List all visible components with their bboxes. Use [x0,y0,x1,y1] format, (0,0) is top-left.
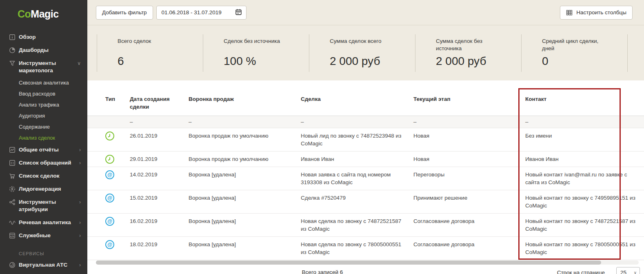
cell-funnel: Воронка продаж по умолчанию [189,151,301,167]
sidebar-item-label: Анализ сделок [19,134,55,142]
sidebar-item-cost-input[interactable]: Ввод расходов [0,88,87,99]
sidebar-item-dashboards[interactable]: Дашборды [0,44,87,57]
table-footer: Всего записей 6 Строк на странице 25 ∨ [87,265,644,274]
summary-cell [87,116,130,128]
sidebar-item-label: Ввод расходов [19,90,56,98]
stat-card-average-deal-cycle: Средний цикл сделки, дней 0 [521,34,628,72]
stat-value: 2 000 руб [436,55,486,68]
add-filter-button[interactable]: Добавить фильтр [96,6,153,20]
summary-cell: – [413,116,525,128]
configure-columns-button[interactable]: Настроить столбцы [560,6,633,20]
sidebar-item-end-to-end-analytics[interactable]: Сквозная аналитика [0,77,87,88]
comagic-logo[interactable]: CoMagic [0,0,87,20]
sidebar-item-label: Общие отчёты [19,146,59,154]
stat-value: 2 000 руб [330,55,380,68]
headset-spiral-icon [9,262,16,268]
column-header-current-stage[interactable]: Текущий этап [413,80,525,116]
cell-deal: Новый лид по звонку с 74872523948 из CoM… [301,128,413,151]
column-header-created-date[interactable]: Дата создания сделки [130,80,189,116]
cell-deal: Новая сделка по звонку с 74872521587 из … [301,214,413,237]
main-content: Добавить фильтр 01.06.2018 - 31.07.2019 … [87,0,644,274]
cell-funnel: Воронка [удалена] [189,167,301,190]
sidebar-item-overview[interactable]: Обзор [0,31,87,44]
chevron-right-icon: › [77,198,81,206]
stat-value: 0 [542,55,549,68]
sidebar-item-lead-generation[interactable]: Лидогенерация [0,183,87,196]
sidebar-item-label: Речевая аналитика [19,219,71,226]
sidebar-item-attribution-tools[interactable]: Инструменты атрибуции › [0,196,87,216]
cell-funnel: Воронка [удалена] [189,214,301,237]
date-range-picker[interactable]: 01.06.2018 - 31.07.2019 [156,6,246,20]
cell-deal: Новая сделка по звонку с 78005000551 из … [301,237,413,260]
funnel-icon [9,60,16,67]
cell-date: 26.01.2019 [130,128,189,151]
cell-date: 15.02.2019 [130,190,189,214]
cell-deal: Сделка #7520479 [301,190,413,214]
stat-value: 6 [118,55,124,68]
table-row[interactable]: @ 16.02.2019 Воронка [удалена] Новая сде… [87,214,644,237]
cell-stage: Переговоры [413,167,525,190]
sidebar-item-general-reports[interactable]: Общие отчёты › [0,143,87,156]
cell-stage: Новая [413,151,525,167]
column-header-sales-funnel[interactable]: Воронка продаж [189,80,301,116]
deals-table-zone: Тип Дата создания сделки Воронка продаж … [87,80,644,274]
sidebar-item-deal-analysis[interactable]: Анализ сделок [0,132,87,143]
table-row[interactable]: 26.01.2019 Воронка продаж по умолчанию Н… [87,128,644,151]
column-header-contact[interactable]: Контакт [525,80,644,116]
sidebar: CoMagic Обзор Дашборды Инструменты марке… [0,0,87,274]
chart-icon [9,147,16,153]
cell-stage: Принимают решение [413,190,525,214]
cell-contact: Без имени [525,128,644,151]
info-icon [9,34,16,40]
sidebar-item-label: Содержание [19,123,50,131]
cell-funnel: Воронка [удалена] [189,190,301,214]
horizontal-scrollbar-track[interactable] [96,261,639,265]
stat-card-deals-without-source: Сделок без источника 100 % [203,34,309,72]
sidebar-item-requests-list[interactable]: Список обращений › [0,156,87,169]
column-header-type[interactable]: Тип [87,80,130,116]
cell-contact: Новый контакт ivan@mail.ru по заявке с с… [525,167,644,190]
table-row[interactable]: @ 15.02.2019 Воронка [удалена] Сделка #7… [87,190,644,214]
code-window-icon [9,232,16,239]
logo-part-co: Co [18,8,31,20]
at-icon: @ [105,217,114,226]
stat-label: Сумма сделок всего [330,38,399,45]
waveform-icon [9,219,16,226]
sidebar-item-label: Инструменты атрибуции [19,198,77,213]
sidebar-item-traffic-analysis[interactable]: Анализ трафика [0,99,87,110]
sidebar-item-label: Обзор [19,33,36,41]
target-icon [9,186,16,192]
stat-card-deals-sum-total: Сумма сделок всего 2 000 руб [309,34,415,72]
rows-per-page-label: Строк на странице [557,270,605,274]
cell-stage: Согласование договора [413,237,525,260]
sidebar-item-content[interactable]: Содержание [0,121,87,132]
sidebar-item-label: Аудитория [19,112,45,120]
column-header-deal[interactable]: Сделка [301,80,413,116]
stat-label: Всего сделок [118,38,187,45]
sidebar-item-marketer-tools[interactable]: Инструменты маркетолога ∨ [0,57,87,77]
cart-icon [9,173,16,179]
stat-value: 100 % [224,55,256,68]
sidebar-item-virtual-pbx[interactable]: Виртуальная АТС › [0,258,87,272]
chevron-right-icon: › [77,159,81,167]
cell-deal: Новая заявка с сайта под номером 3193308… [301,167,413,190]
sidebar-item-service[interactable]: Служебные › [0,229,87,242]
stat-card-total-deals: Всего сделок 6 [97,34,203,72]
sidebar-item-deals-list[interactable]: Список сделок [0,169,87,183]
stat-card-deals-sum-without-source: Сумма сделок без источника 2 000 руб [415,34,521,72]
horizontal-scrollbar-thumb[interactable] [96,261,601,265]
rows-per-page-select[interactable]: 25 ∨ [616,267,640,274]
logo-part-magic: Magic [31,8,58,20]
sidebar-item-audience[interactable]: Аудитория [0,110,87,121]
table-row[interactable]: 29.01.2019 Воронка продаж по умолчанию И… [87,151,644,167]
sidebar-item-label: Список сделок [19,172,59,180]
cell-contact: Новый контакт по звонку с 78005000551 из… [525,237,644,260]
summary-cell: – [301,116,413,128]
table-row[interactable]: @ 14.02.2019 Воронка [удалена] Новая зая… [87,167,644,190]
cell-contact: Иванов Иван [525,151,644,167]
columns-icon [566,9,573,16]
date-range-value: 01.06.2018 - 31.07.2019 [162,9,222,16]
chevron-right-icon: › [77,219,81,226]
sidebar-item-speech-analytics[interactable]: Речевая аналитика › [0,216,87,229]
table-row[interactable]: @ 18.02.2019 Воронка [удалена] Новая сде… [87,237,644,260]
